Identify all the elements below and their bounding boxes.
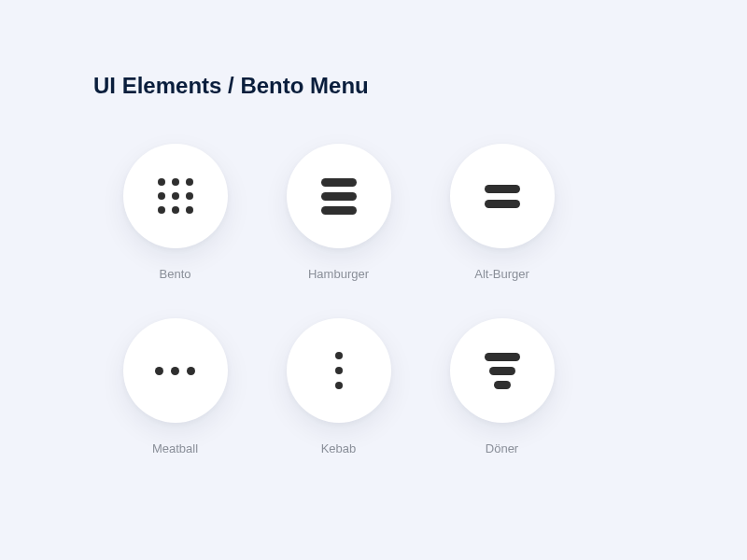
icon-circle: [123, 144, 228, 248]
menu-item-hamburger: Hamburger: [257, 144, 420, 281]
icon-label: Kebab: [321, 441, 357, 455]
meatball-icon: [155, 367, 195, 375]
icon-circle: [450, 144, 555, 248]
alt-burger-icon: [485, 185, 520, 208]
menu-item-meatball: Meatball: [93, 318, 257, 455]
menu-item-kebab: Kebab: [257, 318, 420, 455]
icon-label: Alt-Burger: [474, 267, 529, 281]
icon-circle: [287, 318, 391, 423]
icon-circle: [123, 318, 228, 423]
icon-label: Hamburger: [308, 267, 369, 281]
kebab-icon: [335, 352, 343, 389]
hamburger-icon: [321, 178, 357, 215]
menu-item-bento: Bento: [93, 144, 257, 281]
icon-grid: Bento Hamburger Alt-Burger Meatball: [93, 144, 654, 455]
menu-item-doner: Döner: [420, 318, 584, 455]
icon-circle: [450, 318, 555, 423]
icon-label: Döner: [486, 441, 518, 455]
menu-item-alt-burger: Alt-Burger: [420, 144, 584, 281]
bento-icon: [158, 178, 193, 214]
icon-label: Meatball: [152, 441, 198, 455]
doner-icon: [485, 353, 520, 389]
icon-circle: [287, 144, 391, 248]
icon-label: Bento: [160, 267, 191, 281]
page-title: UI Elements / Bento Menu: [93, 73, 654, 99]
